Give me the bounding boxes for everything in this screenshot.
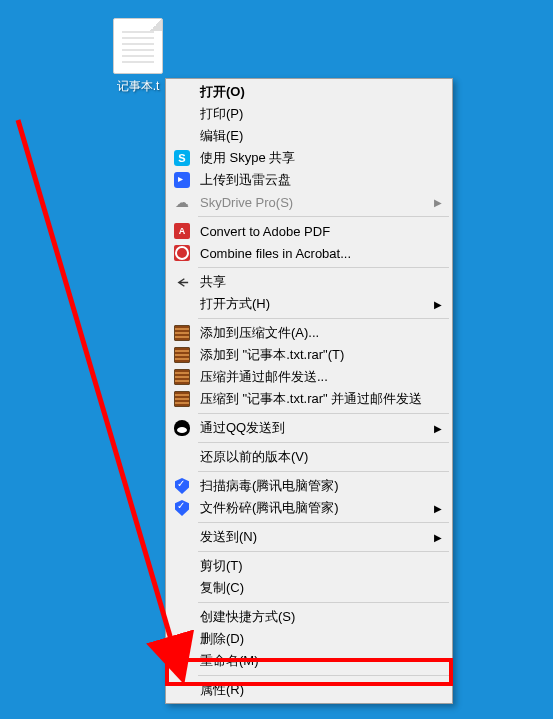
- menu-thunder-upload[interactable]: 上传到迅雷云盘: [168, 169, 450, 191]
- menu-copy[interactable]: 复制(C): [168, 577, 450, 599]
- chevron-right-icon: ▶: [434, 197, 442, 208]
- qq-icon: [172, 419, 192, 437]
- blank-icon: [172, 83, 192, 101]
- context-menu: 打开(O) 打印(P) 编辑(E) S 使用 Skype 共享 上传到迅雷云盘 …: [165, 78, 453, 704]
- rar-icon: [172, 346, 192, 364]
- cloud-icon: ☁: [172, 193, 192, 211]
- menu-send-to[interactable]: 发送到(N) ▶: [168, 526, 450, 548]
- menu-add-to-rar[interactable]: 添加到 "记事本.txt.rar"(T): [168, 344, 450, 366]
- blank-icon: [172, 630, 192, 648]
- separator: [198, 216, 449, 217]
- menu-create-shortcut[interactable]: 创建快捷方式(S): [168, 606, 450, 628]
- menu-rar-email[interactable]: 压缩到 "记事本.txt.rar" 并通过邮件发送: [168, 388, 450, 410]
- menu-add-to-zip[interactable]: 添加到压缩文件(A)...: [168, 322, 450, 344]
- blank-icon: [172, 681, 192, 699]
- menu-edit[interactable]: 编辑(E): [168, 125, 450, 147]
- blank-icon: [172, 448, 192, 466]
- acrobat-icon: [172, 244, 192, 262]
- share-icon: [172, 273, 192, 291]
- separator: [198, 413, 449, 414]
- rar-icon: [172, 368, 192, 386]
- menu-open-with[interactable]: 打开方式(H) ▶: [168, 293, 450, 315]
- menu-print[interactable]: 打印(P): [168, 103, 450, 125]
- skype-icon: S: [172, 149, 192, 167]
- menu-skydrive[interactable]: ☁ SkyDrive Pro(S) ▶: [168, 191, 450, 213]
- pdf-icon: A: [172, 222, 192, 240]
- menu-combine-acrobat[interactable]: Combine files in Acrobat...: [168, 242, 450, 264]
- menu-file-shred[interactable]: 文件粉碎(腾讯电脑管家) ▶: [168, 497, 450, 519]
- menu-zip-email[interactable]: 压缩并通过邮件发送...: [168, 366, 450, 388]
- rar-icon: [172, 390, 192, 408]
- menu-share[interactable]: 共享: [168, 271, 450, 293]
- chevron-right-icon: ▶: [434, 503, 442, 514]
- thunder-icon: [172, 171, 192, 189]
- blank-icon: [172, 105, 192, 123]
- blank-icon: [172, 557, 192, 575]
- separator: [198, 522, 449, 523]
- blank-icon: [172, 127, 192, 145]
- menu-skype-share[interactable]: S 使用 Skype 共享: [168, 147, 450, 169]
- menu-qq-send[interactable]: 通过QQ发送到 ▶: [168, 417, 450, 439]
- blank-icon: [172, 652, 192, 670]
- separator: [198, 551, 449, 552]
- blank-icon: [172, 528, 192, 546]
- chevron-right-icon: ▶: [434, 423, 442, 434]
- chevron-right-icon: ▶: [434, 299, 442, 310]
- rar-icon: [172, 324, 192, 342]
- blank-icon: [172, 608, 192, 626]
- menu-rename[interactable]: 重命名(M): [168, 650, 450, 672]
- shield-icon: [172, 477, 192, 495]
- blank-icon: [172, 295, 192, 313]
- separator: [198, 602, 449, 603]
- chevron-right-icon: ▶: [434, 532, 442, 543]
- separator: [198, 471, 449, 472]
- separator: [198, 675, 449, 676]
- menu-convert-pdf[interactable]: A Convert to Adobe PDF: [168, 220, 450, 242]
- shield-icon: [172, 499, 192, 517]
- menu-properties[interactable]: 属性(R): [168, 679, 450, 701]
- separator: [198, 318, 449, 319]
- separator: [198, 267, 449, 268]
- blank-icon: [172, 579, 192, 597]
- text-file-icon: [113, 18, 163, 74]
- menu-restore-versions[interactable]: 还原以前的版本(V): [168, 446, 450, 468]
- file-label: 记事本.t: [106, 78, 170, 95]
- menu-delete[interactable]: 删除(D): [168, 628, 450, 650]
- separator: [198, 442, 449, 443]
- desktop-file[interactable]: 记事本.t: [106, 18, 170, 95]
- menu-cut[interactable]: 剪切(T): [168, 555, 450, 577]
- svg-line-1: [18, 120, 180, 670]
- menu-scan-virus[interactable]: 扫描病毒(腾讯电脑管家): [168, 475, 450, 497]
- menu-open[interactable]: 打开(O): [168, 81, 450, 103]
